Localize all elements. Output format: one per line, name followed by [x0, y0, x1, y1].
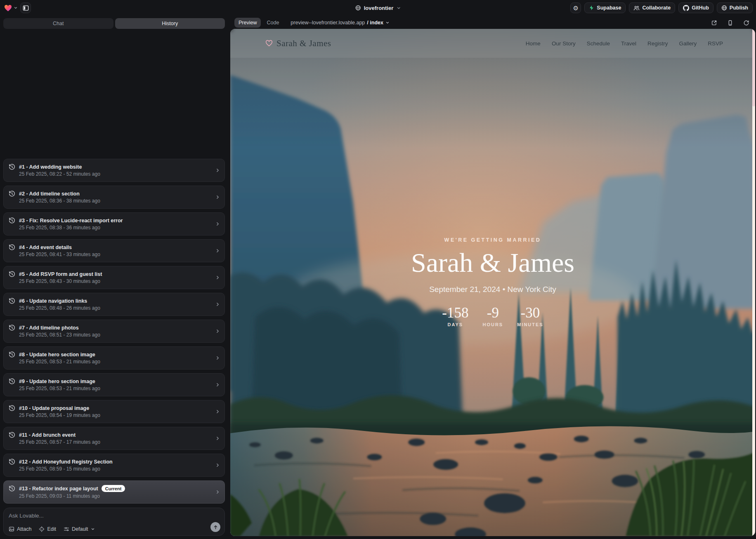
chevron-right-icon: [215, 275, 220, 280]
history-item[interactable]: #8 - Update hero section image 25 Feb 20…: [3, 346, 225, 370]
history-icon: [9, 164, 15, 170]
collaborate-button[interactable]: Collaborate: [629, 2, 675, 13]
history-item-time: 25 Feb 2025, 08:57 - 17 minutes ago: [19, 439, 100, 445]
countdown-value: -158: [442, 305, 468, 321]
hero-title: Sarah & James: [411, 247, 574, 278]
send-button[interactable]: [210, 522, 220, 532]
supabase-button[interactable]: Supabase: [584, 2, 626, 13]
target-icon: [39, 526, 45, 532]
history-item-time: 25 Feb 2025, 08:54 - 19 minutes ago: [19, 412, 100, 418]
refresh-button[interactable]: [743, 20, 749, 26]
site-brand[interactable]: Sarah & James: [265, 38, 331, 49]
history-item-title: #4 - Add event details: [19, 245, 72, 250]
chevron-down-icon: [385, 21, 390, 25]
countdown-label: HOURS: [482, 322, 503, 327]
history-item-time: 25 Feb 2025, 08:22 - 52 minutes ago: [19, 171, 100, 177]
history-item[interactable]: #10 - Update proposal image 25 Feb 2025,…: [3, 400, 225, 423]
settings-button[interactable]: ⚙: [570, 2, 581, 13]
nav-link[interactable]: RSVP: [708, 40, 723, 47]
history-icon: [9, 405, 15, 412]
chevron-right-icon: [215, 248, 220, 254]
site-header: Sarah & James HomeOur StoryScheduleTrave…: [230, 29, 755, 58]
attach-button[interactable]: Attach: [9, 526, 31, 532]
mobile-view-button[interactable]: [727, 20, 733, 26]
nav-link[interactable]: Our Story: [552, 40, 576, 47]
tab-chat[interactable]: Chat: [3, 18, 113, 29]
refresh-icon: [743, 20, 749, 26]
preview-url-dropdown[interactable]: preview--lovefrontier.lovable.app / inde…: [291, 20, 390, 26]
project-switcher[interactable]: lovefrontier: [355, 0, 401, 16]
preview-panel: Sarah & James HomeOur StoryScheduleTrave…: [230, 29, 755, 536]
preview-path: / index: [367, 20, 383, 26]
lovable-logo-menu[interactable]: [4, 5, 18, 12]
edit-button[interactable]: Edit: [39, 526, 56, 532]
open-in-new-tab-button[interactable]: [711, 20, 717, 26]
chevron-right-icon: [215, 221, 220, 227]
nav-link[interactable]: Gallery: [679, 40, 697, 47]
sidebar: Chat History #1 - Add wedding website 25…: [3, 18, 225, 536]
github-icon: [683, 5, 689, 11]
countdown-label: DAYS: [442, 322, 468, 327]
history-item-title: #1 - Add wedding website: [19, 164, 82, 170]
project-name: lovefrontier: [364, 5, 394, 11]
history-item[interactable]: #7 - Add timeline photos 25 Feb 2025, 08…: [3, 320, 225, 343]
preview-scrollbar-thumb[interactable]: [752, 29, 755, 106]
nav-link[interactable]: Travel: [621, 40, 636, 47]
sidebar-panel-icon: [23, 5, 29, 11]
history-item[interactable]: #13 - Refactor index page layout Current…: [3, 480, 225, 504]
history-item[interactable]: #11 - Add brunch event 25 Feb 2025, 08:5…: [3, 427, 225, 450]
nav-link[interactable]: Home: [526, 40, 541, 47]
sidebar-tabs: Chat History: [3, 18, 225, 29]
chevron-down-icon: [14, 6, 18, 10]
countdown-unit: -9 HOURS: [482, 305, 503, 327]
chevron-right-icon: [215, 355, 220, 361]
history-item-title: #12 - Add Honeyfund Registry Section: [19, 459, 113, 465]
history-item[interactable]: #9 - Update hero section image 25 Feb 20…: [3, 373, 225, 396]
users-icon: [633, 5, 640, 11]
site-brand-name: Sarah & James: [276, 38, 331, 49]
history-item[interactable]: #3 - Fix: Resolve Lucide-react import er…: [3, 212, 225, 235]
history-item[interactable]: #5 - Add RSVP form and guest list 25 Feb…: [3, 266, 225, 289]
gear-icon: ⚙: [573, 5, 579, 11]
hero-content: WE'RE GETTING MARRIED Sarah & James Sept…: [411, 237, 574, 327]
countdown-value: -9: [482, 305, 503, 321]
chevron-right-icon: [215, 329, 220, 334]
countdown: -158 DAYS -9 HOURS -30 MINUTES: [411, 305, 574, 327]
nav-link[interactable]: Schedule: [587, 40, 610, 47]
chevron-right-icon: [215, 168, 220, 173]
chevron-right-icon: [215, 490, 220, 495]
history-icon: [9, 432, 15, 438]
countdown-label: MINUTES: [517, 322, 543, 327]
history-item-title: #13 - Refactor index page layout: [19, 486, 98, 492]
history-item-time: 25 Feb 2025, 09:03 - 11 minutes ago: [19, 493, 125, 499]
tab-code[interactable]: Code: [262, 18, 283, 28]
globe-icon: [721, 5, 727, 11]
chevron-right-icon: [215, 302, 220, 307]
smartphone-icon: [727, 20, 733, 26]
history-item[interactable]: #2 - Add timeline section 25 Feb 2025, 0…: [3, 186, 225, 209]
history-item[interactable]: #12 - Add Honeyfund Registry Section 25 …: [3, 454, 225, 477]
hero-eyebrow: WE'RE GETTING MARRIED: [411, 237, 574, 243]
history-item[interactable]: #1 - Add wedding website 25 Feb 2025, 08…: [3, 159, 225, 182]
nav-link[interactable]: Registry: [647, 40, 668, 47]
history-item[interactable]: #4 - Add event details 25 Feb 2025, 08:4…: [3, 239, 225, 262]
mode-select[interactable]: Default: [64, 526, 95, 532]
history-item-title: #2 - Add timeline section: [19, 191, 80, 197]
prompt-composer[interactable]: Ask Lovable... Attach Edit Default: [3, 508, 225, 536]
github-button[interactable]: GitHub: [678, 2, 713, 13]
tab-preview[interactable]: Preview: [234, 18, 261, 28]
arrow-up-icon: [213, 525, 218, 530]
history-item[interactable]: #6 - Update navigation links 25 Feb 2025…: [3, 293, 225, 316]
history-item-time: 25 Feb 2025, 08:53 - 21 minutes ago: [19, 359, 100, 365]
supabase-bolt-icon: [589, 5, 594, 11]
tab-history[interactable]: History: [115, 18, 225, 29]
chevron-right-icon: [215, 463, 220, 468]
publish-button[interactable]: Publish: [717, 2, 753, 13]
toggle-sidebar-button[interactable]: [20, 2, 31, 13]
prompt-input[interactable]: Ask Lovable...: [9, 513, 220, 519]
current-badge: Current: [102, 485, 125, 492]
history-icon: [9, 191, 15, 197]
chevron-right-icon: [215, 436, 220, 441]
history-icon: [9, 244, 15, 251]
history-item-time: 25 Feb 2025, 08:36 - 38 minutes ago: [19, 198, 100, 204]
